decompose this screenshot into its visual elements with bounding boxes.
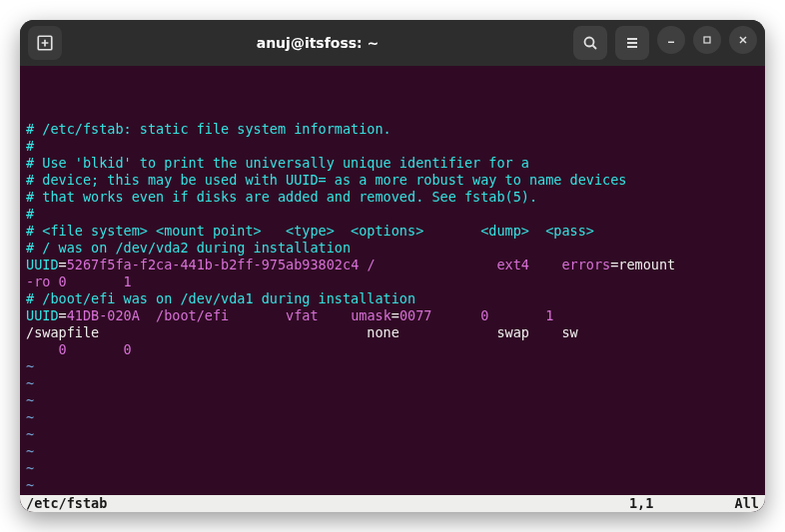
terminal-body[interactable]: # /etc/fstab: static file system informa… xyxy=(20,66,765,512)
comment-line: # /boot/efi was on /dev/vda1 during inst… xyxy=(26,290,415,306)
window-title: anuj@itsfoss: ~ xyxy=(70,35,565,51)
search-button[interactable] xyxy=(573,26,607,60)
svg-rect-9 xyxy=(704,37,710,43)
comment-line: # /etc/fstab: static file system informa… xyxy=(26,121,392,137)
comment-line: # Use 'blkid' to print the universally u… xyxy=(26,155,529,171)
uuid-key: UUID xyxy=(26,307,59,323)
tilde-line: ~ xyxy=(26,443,34,459)
equals-sign: = xyxy=(59,257,67,272)
menu-button[interactable] xyxy=(615,26,649,60)
tilde-line: ~ xyxy=(26,426,34,442)
fstab-options: -ro 0 1 xyxy=(26,273,132,289)
terminal-window: anuj@itsfoss: ~ xyxy=(20,20,765,512)
swap-values: 0 0 xyxy=(26,341,132,357)
tilde-line: ~ xyxy=(26,460,34,476)
editor-content: # /etc/fstab: static file system informa… xyxy=(20,100,765,512)
new-tab-button[interactable] xyxy=(28,26,62,60)
tilde-line: ~ xyxy=(26,358,34,374)
equals-sign: =remount xyxy=(610,257,675,272)
tilde-line: ~ xyxy=(26,477,34,493)
status-filename: /etc/fstab xyxy=(26,495,172,512)
comment-line: # <file system> <mount point> <type> <op… xyxy=(26,223,594,239)
equals-sign: = xyxy=(392,307,399,323)
uuid-value: 41DB-020A /boot/efi vfat umask xyxy=(67,307,392,323)
titlebar: anuj@itsfoss: ~ xyxy=(20,20,765,66)
maximize-button[interactable] xyxy=(693,26,721,54)
separator xyxy=(488,307,545,323)
status-scroll: All xyxy=(735,495,759,512)
comment-line: # that works even if disks are added and… xyxy=(26,189,537,205)
pass-value: 1 xyxy=(545,307,553,323)
umask-value: 0077 xyxy=(399,307,480,323)
comment-line: # device; this may be used with UUID= as… xyxy=(26,172,626,188)
status-position: 1,1 xyxy=(629,495,735,512)
tilde-line: ~ xyxy=(26,409,34,425)
close-button[interactable] xyxy=(729,26,757,54)
titlebar-actions xyxy=(573,26,757,60)
uuid-key: UUID xyxy=(26,257,59,272)
comment-line: # xyxy=(26,138,34,154)
svg-point-3 xyxy=(585,38,594,47)
status-spacer xyxy=(172,495,629,512)
tilde-line: ~ xyxy=(26,392,34,408)
tilde-line: ~ xyxy=(26,375,34,391)
equals-sign: = xyxy=(59,307,67,323)
vim-statusbar: /etc/fstab 1,1 All xyxy=(20,495,765,512)
comment-line: # / was on /dev/vda2 during installation xyxy=(26,240,351,256)
uuid-value: 5267f5fa-f2ca-441b-b2ff-975ab93802c4 / e… xyxy=(67,257,611,272)
minimize-button[interactable] xyxy=(657,26,685,54)
comment-line: # xyxy=(26,206,34,222)
svg-line-4 xyxy=(593,46,597,50)
swapfile-line: /swapfile none swap sw xyxy=(26,324,659,340)
